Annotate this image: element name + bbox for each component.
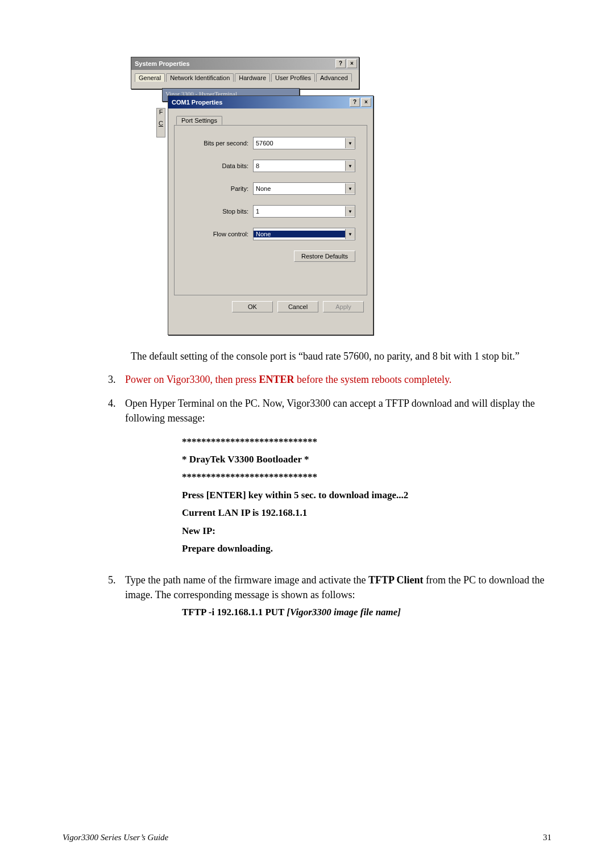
- dialog-stack: System Properties ? × General Network Id…: [131, 57, 370, 335]
- console-line-3: ****************************: [182, 468, 551, 486]
- console-output: **************************** * DrayTek V…: [182, 433, 551, 558]
- system-properties-titlebar: System Properties ? ×: [131, 57, 359, 70]
- select-bps[interactable]: 57600 ▼: [253, 137, 355, 149]
- label-bps: Bits per second:: [186, 140, 253, 147]
- console-line-7: Prepare downloading.: [182, 540, 551, 557]
- system-properties-dialog: System Properties ? × General Network Id…: [131, 57, 359, 89]
- tab-port-settings[interactable]: Port Settings: [176, 116, 222, 125]
- chevron-down-icon[interactable]: ▼: [345, 138, 355, 148]
- console-line-4: Press [ENTER] key within 5 sec. to downl…: [182, 486, 551, 504]
- select-databits[interactable]: 8 ▼: [253, 160, 355, 172]
- close-icon[interactable]: ×: [361, 98, 371, 107]
- caption-default-setting: The default setting of the console port …: [131, 349, 551, 363]
- com1-titlebar: COM1 Properties ? ×: [168, 96, 373, 108]
- com1-title: COM1 Properties: [170, 99, 349, 106]
- label-stopbits: Stop bits:: [186, 208, 253, 215]
- restore-defaults-button[interactable]: Restore Defaults: [294, 251, 355, 262]
- tab-advanced[interactable]: Advanced: [316, 73, 352, 82]
- dialog-buttons: OK Cancel Apply: [174, 295, 367, 316]
- system-properties-title: System Properties: [133, 60, 334, 67]
- chevron-down-icon[interactable]: ▼: [345, 229, 355, 239]
- label-flow: Flow control:: [186, 231, 253, 237]
- value-databits: 8: [254, 162, 345, 169]
- side-f: F: [157, 108, 165, 115]
- apply-button[interactable]: Apply: [323, 301, 364, 312]
- field-bps: Bits per second: 57600 ▼: [186, 137, 355, 149]
- help-icon[interactable]: ?: [350, 98, 360, 107]
- field-stopbits: Stop bits: 1 ▼: [186, 205, 355, 218]
- value-parity: None: [254, 185, 345, 192]
- tab-network[interactable]: Network Identification: [166, 73, 234, 82]
- label-parity: Parity:: [186, 185, 253, 192]
- close-icon[interactable]: ×: [347, 59, 357, 68]
- chevron-down-icon[interactable]: ▼: [345, 206, 355, 216]
- step-3-body: Power on Vigor3300, then press ENTER bef…: [125, 372, 551, 387]
- step-4: 4. Open Hyper Terminal on the PC. Now, V…: [108, 396, 551, 563]
- cancel-button[interactable]: Cancel: [277, 301, 318, 312]
- select-flow[interactable]: None ▼: [253, 228, 355, 240]
- console-line-2: * DrayTek V3300 Bootloader *: [182, 450, 551, 468]
- system-properties-tabs: General Network Identification Hardware …: [131, 70, 359, 82]
- console-line-6: New IP:: [182, 522, 551, 540]
- page-footer: Vigor3300 Series User’s Guide 31: [63, 833, 551, 842]
- console-line-5: Current LAN IP is 192.168.1.1: [182, 504, 551, 521]
- step-3-num: 3.: [108, 372, 125, 387]
- chevron-down-icon[interactable]: ▼: [345, 161, 355, 171]
- value-bps: 57600: [254, 140, 345, 147]
- value-flow: None: [254, 231, 345, 237]
- step-3: 3. Power on Vigor3300, then press ENTER …: [108, 372, 551, 387]
- port-settings-panel: Bits per second: 57600 ▼ Data bits: 8 ▼: [174, 125, 367, 295]
- help-icon[interactable]: ?: [335, 59, 346, 68]
- label-databits: Data bits:: [186, 162, 253, 169]
- step-4-text: Open Hyper Terminal on the PC. Now, Vigo…: [125, 398, 535, 424]
- step-4-num: 4.: [108, 396, 125, 563]
- step-5-num: 5.: [108, 573, 125, 620]
- select-parity[interactable]: None ▼: [253, 182, 355, 195]
- chevron-down-icon[interactable]: ▼: [345, 183, 355, 194]
- field-parity: Parity: None ▼: [186, 182, 355, 195]
- ok-button[interactable]: OK: [232, 301, 273, 312]
- console-line-1: ****************************: [182, 433, 551, 450]
- com1-properties-dialog: COM1 Properties ? × Port Settings Bits p…: [168, 95, 374, 335]
- field-databits: Data bits: 8 ▼: [186, 160, 355, 172]
- tftp-command: TFTP -i 192.168.1.1 PUT [Vigor3300 image…: [182, 606, 551, 620]
- step-5: 5. Type the path name of the firmware im…: [108, 573, 551, 620]
- value-stopbits: 1: [254, 208, 345, 215]
- side-tab: F C: [156, 108, 165, 137]
- side-c: C: [157, 120, 165, 127]
- tab-hardware[interactable]: Hardware: [235, 73, 270, 82]
- tab-userprofiles[interactable]: User Profiles: [271, 73, 315, 82]
- field-flow: Flow control: None ▼: [186, 228, 355, 240]
- footer-page: 31: [543, 833, 551, 842]
- tab-general[interactable]: General: [135, 73, 165, 82]
- select-stopbits[interactable]: 1 ▼: [253, 205, 355, 218]
- footer-guide: Vigor3300 Series User’s Guide: [63, 833, 168, 842]
